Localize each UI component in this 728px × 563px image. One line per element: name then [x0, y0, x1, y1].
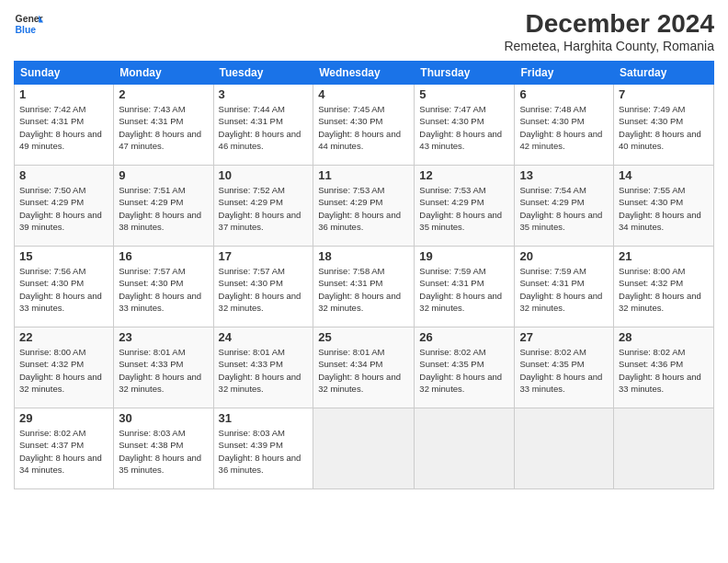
day-info: Sunrise: 7:53 AM Sunset: 4:29 PM Dayligh…: [419, 184, 509, 233]
day-number: 24: [219, 330, 309, 344]
day-cell: 2Sunrise: 7:43 AM Sunset: 4:31 PM Daylig…: [114, 85, 213, 166]
day-number: 9: [119, 168, 208, 182]
col-tuesday: Tuesday: [213, 62, 313, 85]
week-row-5: 29Sunrise: 8:02 AM Sunset: 4:37 PM Dayli…: [15, 408, 714, 489]
day-info: Sunrise: 7:49 AM Sunset: 4:30 PM Dayligh…: [619, 103, 709, 152]
day-number: 1: [19, 87, 108, 101]
day-number: 15: [19, 249, 108, 263]
day-cell: 17Sunrise: 7:57 AM Sunset: 4:30 PM Dayli…: [213, 247, 313, 327]
day-info: Sunrise: 7:58 AM Sunset: 4:31 PM Dayligh…: [318, 265, 409, 314]
day-number: 11: [318, 168, 409, 182]
week-row-2: 8Sunrise: 7:50 AM Sunset: 4:29 PM Daylig…: [15, 166, 714, 247]
logo-icon: General Blue: [14, 9, 43, 39]
day-cell: 13Sunrise: 7:54 AM Sunset: 4:29 PM Dayli…: [515, 166, 614, 247]
day-info: Sunrise: 8:02 AM Sunset: 4:35 PM Dayligh…: [419, 346, 509, 395]
calendar-table: Sunday Monday Tuesday Wednesday Thursday…: [14, 61, 714, 489]
day-cell: 4Sunrise: 7:45 AM Sunset: 4:30 PM Daylig…: [313, 85, 415, 166]
day-info: Sunrise: 7:50 AM Sunset: 4:29 PM Dayligh…: [19, 184, 108, 233]
day-cell: 10Sunrise: 7:52 AM Sunset: 4:29 PM Dayli…: [213, 166, 313, 247]
day-cell: 24Sunrise: 8:01 AM Sunset: 4:33 PM Dayli…: [213, 327, 313, 408]
day-cell: 6Sunrise: 7:48 AM Sunset: 4:30 PM Daylig…: [515, 85, 614, 166]
day-info: Sunrise: 8:01 AM Sunset: 4:33 PM Dayligh…: [119, 346, 208, 395]
day-info: Sunrise: 7:59 AM Sunset: 4:31 PM Dayligh…: [519, 265, 609, 314]
day-cell: 29Sunrise: 8:02 AM Sunset: 4:37 PM Dayli…: [15, 408, 114, 489]
col-saturday: Saturday: [614, 62, 714, 85]
day-cell: [415, 408, 515, 489]
day-info: Sunrise: 8:01 AM Sunset: 4:33 PM Dayligh…: [219, 346, 309, 395]
day-number: 29: [19, 411, 108, 425]
day-cell: 15Sunrise: 7:56 AM Sunset: 4:30 PM Dayli…: [15, 247, 114, 327]
day-number: 30: [119, 411, 208, 425]
day-cell: 27Sunrise: 8:02 AM Sunset: 4:35 PM Dayli…: [515, 327, 614, 408]
day-cell: 3Sunrise: 7:44 AM Sunset: 4:31 PM Daylig…: [213, 85, 313, 166]
day-number: 18: [318, 249, 409, 263]
day-info: Sunrise: 7:55 AM Sunset: 4:30 PM Dayligh…: [619, 184, 709, 233]
main-title: December 2024: [504, 9, 714, 39]
day-info: Sunrise: 8:02 AM Sunset: 4:36 PM Dayligh…: [619, 346, 709, 395]
day-cell: 18Sunrise: 7:58 AM Sunset: 4:31 PM Dayli…: [313, 247, 415, 327]
day-info: Sunrise: 7:57 AM Sunset: 4:30 PM Dayligh…: [219, 265, 309, 314]
day-number: 13: [519, 168, 609, 182]
day-cell: 25Sunrise: 8:01 AM Sunset: 4:34 PM Dayli…: [313, 327, 415, 408]
day-number: 12: [419, 168, 509, 182]
day-cell: 5Sunrise: 7:47 AM Sunset: 4:30 PM Daylig…: [415, 85, 515, 166]
day-cell: 30Sunrise: 8:03 AM Sunset: 4:38 PM Dayli…: [114, 408, 213, 489]
day-info: Sunrise: 7:51 AM Sunset: 4:29 PM Dayligh…: [119, 184, 208, 233]
day-cell: 28Sunrise: 8:02 AM Sunset: 4:36 PM Dayli…: [614, 327, 714, 408]
day-info: Sunrise: 7:48 AM Sunset: 4:30 PM Dayligh…: [519, 103, 609, 152]
col-sunday: Sunday: [15, 62, 114, 85]
day-number: 5: [419, 87, 509, 101]
day-number: 10: [219, 168, 309, 182]
title-section: December 2024 Remetea, Harghita County, …: [504, 9, 714, 53]
day-info: Sunrise: 7:57 AM Sunset: 4:30 PM Dayligh…: [119, 265, 208, 314]
header-row: Sunday Monday Tuesday Wednesday Thursday…: [15, 62, 714, 85]
day-info: Sunrise: 7:47 AM Sunset: 4:30 PM Dayligh…: [419, 103, 509, 152]
day-number: 22: [19, 330, 108, 344]
day-cell: 21Sunrise: 8:00 AM Sunset: 4:32 PM Dayli…: [614, 247, 714, 327]
col-monday: Monday: [114, 62, 213, 85]
day-info: Sunrise: 8:03 AM Sunset: 4:38 PM Dayligh…: [119, 427, 208, 476]
day-info: Sunrise: 7:52 AM Sunset: 4:29 PM Dayligh…: [219, 184, 309, 233]
day-cell: 8Sunrise: 7:50 AM Sunset: 4:29 PM Daylig…: [15, 166, 114, 247]
day-number: 21: [619, 249, 709, 263]
day-cell: 1Sunrise: 7:42 AM Sunset: 4:31 PM Daylig…: [15, 85, 114, 166]
day-number: 4: [318, 87, 409, 101]
day-info: Sunrise: 8:01 AM Sunset: 4:34 PM Dayligh…: [318, 346, 409, 395]
col-friday: Friday: [515, 62, 614, 85]
day-number: 27: [519, 330, 609, 344]
day-cell: 26Sunrise: 8:02 AM Sunset: 4:35 PM Dayli…: [415, 327, 515, 408]
header: General Blue December 2024 Remetea, Harg…: [14, 9, 714, 53]
subtitle: Remetea, Harghita County, Romania: [504, 39, 714, 53]
day-number: 6: [519, 87, 609, 101]
day-cell: 7Sunrise: 7:49 AM Sunset: 4:30 PM Daylig…: [614, 85, 714, 166]
day-cell: 19Sunrise: 7:59 AM Sunset: 4:31 PM Dayli…: [415, 247, 515, 327]
day-number: 19: [419, 249, 509, 263]
logo: General Blue: [14, 9, 43, 39]
day-number: 2: [119, 87, 208, 101]
day-number: 17: [219, 249, 309, 263]
day-number: 20: [519, 249, 609, 263]
day-info: Sunrise: 7:53 AM Sunset: 4:29 PM Dayligh…: [318, 184, 409, 233]
day-number: 7: [619, 87, 709, 101]
week-row-3: 15Sunrise: 7:56 AM Sunset: 4:30 PM Dayli…: [15, 247, 714, 327]
day-info: Sunrise: 7:56 AM Sunset: 4:30 PM Dayligh…: [19, 265, 108, 314]
day-cell: 9Sunrise: 7:51 AM Sunset: 4:29 PM Daylig…: [114, 166, 213, 247]
day-cell: 11Sunrise: 7:53 AM Sunset: 4:29 PM Dayli…: [313, 166, 415, 247]
day-number: 3: [219, 87, 309, 101]
day-number: 14: [619, 168, 709, 182]
day-cell: 31Sunrise: 8:03 AM Sunset: 4:39 PM Dayli…: [213, 408, 313, 489]
day-info: Sunrise: 7:42 AM Sunset: 4:31 PM Dayligh…: [19, 103, 108, 152]
day-number: 23: [119, 330, 208, 344]
day-info: Sunrise: 8:00 AM Sunset: 4:32 PM Dayligh…: [619, 265, 709, 314]
day-cell: 16Sunrise: 7:57 AM Sunset: 4:30 PM Dayli…: [114, 247, 213, 327]
day-number: 31: [219, 411, 309, 425]
col-thursday: Thursday: [415, 62, 515, 85]
day-number: 25: [318, 330, 409, 344]
day-info: Sunrise: 8:03 AM Sunset: 4:39 PM Dayligh…: [219, 427, 309, 476]
day-cell: 14Sunrise: 7:55 AM Sunset: 4:30 PM Dayli…: [614, 166, 714, 247]
day-info: Sunrise: 7:43 AM Sunset: 4:31 PM Dayligh…: [119, 103, 208, 152]
day-cell: [614, 408, 714, 489]
day-info: Sunrise: 8:00 AM Sunset: 4:32 PM Dayligh…: [19, 346, 108, 395]
day-cell: [313, 408, 415, 489]
day-number: 8: [19, 168, 108, 182]
